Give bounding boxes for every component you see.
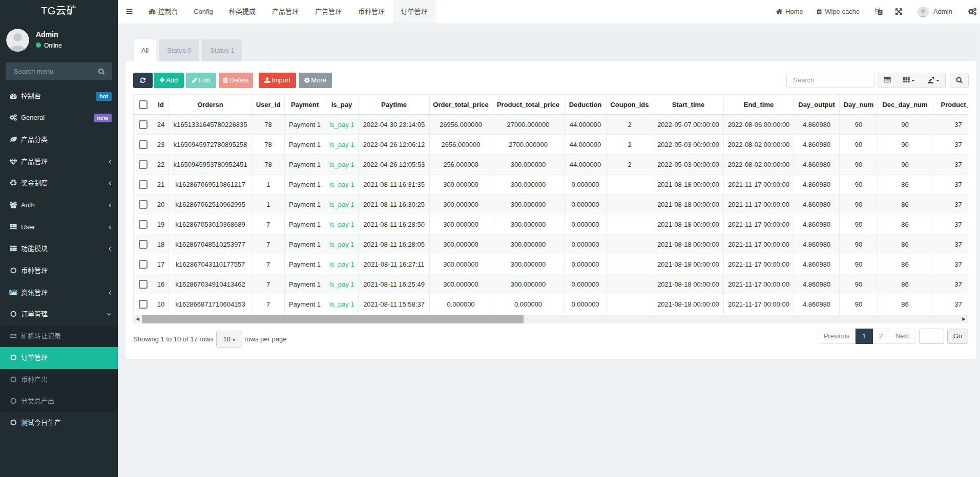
svg-text:A: A <box>879 10 882 15</box>
